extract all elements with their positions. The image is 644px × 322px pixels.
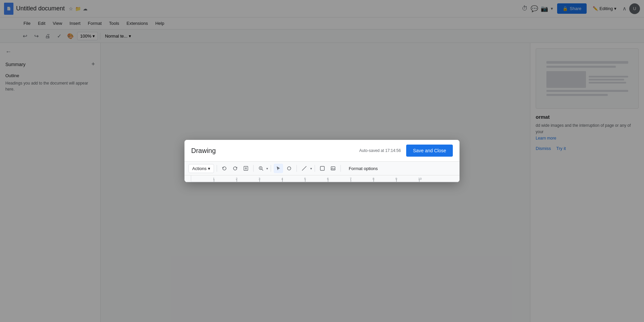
actions-button[interactable]: Actions ▾: [189, 164, 214, 173]
svg-text:10: 10: [418, 177, 422, 180]
zoom-btn[interactable]: [256, 164, 266, 173]
save-and-close-button[interactable]: Save and Close: [406, 145, 453, 157]
diagram-tool-button[interactable]: [318, 164, 327, 173]
svg-point-10: [332, 167, 332, 168]
svg-line-7: [302, 166, 306, 170]
svg-rect-1: [245, 167, 247, 169]
modal-toolbar: Actions ▾ ▾: [184, 162, 460, 175]
actions-label: Actions: [192, 166, 207, 171]
svg-line-3: [262, 169, 263, 171]
modal-overlay: Drawing Auto-saved at 17:14:56 Save and …: [0, 0, 644, 322]
actions-chevron-icon: ▾: [208, 166, 210, 171]
select-tool-button[interactable]: [274, 164, 283, 173]
drawing-undo-button[interactable]: [220, 164, 229, 173]
line-chevron-icon[interactable]: ▾: [310, 167, 312, 170]
toolbar-sep-5: [315, 165, 315, 172]
toolbar-sep-1: [217, 165, 217, 172]
snap-button[interactable]: [241, 164, 251, 173]
modal-header: Drawing Auto-saved at 17:14:56 Save and …: [184, 140, 460, 162]
toolbar-sep-6: [340, 165, 341, 172]
toolbar-sep-4: [297, 165, 297, 172]
modal-title: Drawing: [191, 147, 359, 155]
line-tool-button[interactable]: [300, 164, 309, 173]
ruler-corner: [184, 175, 191, 182]
format-options-button[interactable]: Format options: [345, 164, 382, 173]
image-tool-button[interactable]: [328, 164, 338, 173]
ruler-ticks: 1 2 3 4 5 6 7 8: [191, 175, 460, 182]
svg-point-6: [287, 167, 291, 170]
drawing-redo-button[interactable]: [230, 164, 240, 173]
drawing-modal: Drawing Auto-saved at 17:14:56 Save and …: [184, 140, 460, 182]
ruler-row: // rendered via inline approach below 1 …: [184, 175, 460, 182]
toolbar-sep-2: [253, 165, 254, 172]
toolbar-sep-3: [271, 165, 271, 172]
ruler-horizontal: // rendered via inline approach below 1 …: [191, 175, 460, 182]
svg-rect-8: [320, 166, 324, 170]
shape-tool-button[interactable]: [284, 164, 294, 173]
modal-canvas-wrapper: // rendered via inline approach below 1 …: [184, 175, 460, 182]
zoom-chevron-icon[interactable]: ▾: [266, 167, 268, 170]
auto-saved-text: Auto-saved at 17:14:56: [359, 148, 401, 153]
